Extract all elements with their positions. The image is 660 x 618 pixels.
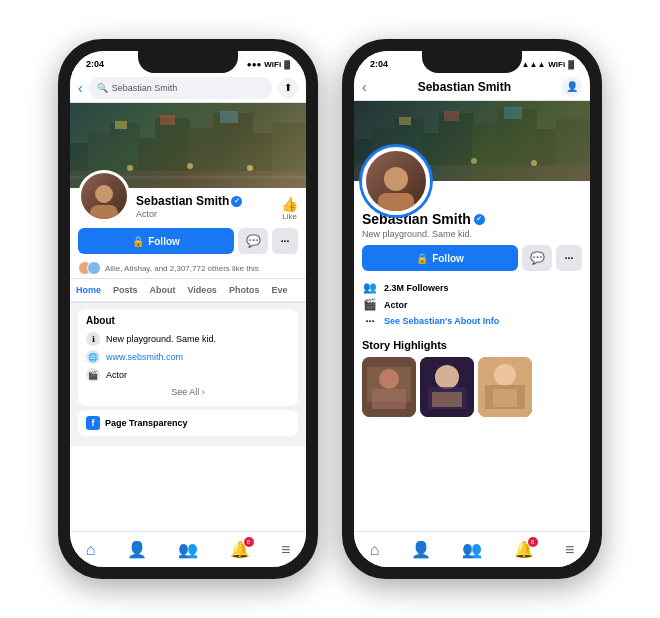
info-row-website[interactable]: 🌐 www.sebsmith.com: [86, 348, 290, 366]
p2-verified-badge: ✓: [474, 214, 485, 225]
fb-icon-1: f: [86, 416, 100, 430]
about-card-1: About ℹ New playground. Same kid. 🌐 www.…: [78, 309, 298, 406]
profile-area-1: Sebastian Smith ✓ Actor 👍 Like: [70, 188, 306, 224]
p2-action-row: 🔒 Follow 💬 ···: [354, 241, 590, 275]
more-icon-1: ···: [281, 236, 289, 247]
story-row: [362, 357, 582, 417]
content-area-1: About ℹ New playground. Same kid. 🌐 www.…: [70, 303, 306, 446]
action-row-1: 🔒 Follow 💬 ···: [70, 224, 306, 258]
story-svg-2: [420, 357, 474, 417]
bottom-groups-1[interactable]: 👥: [178, 540, 198, 559]
time-1: 2:04: [86, 59, 104, 69]
menu-icon-2: ≡: [565, 541, 574, 559]
p2-subtitle: New playground. Same kid.: [362, 229, 582, 239]
page-trans-label: f Page Transparency: [86, 416, 290, 430]
likes-text-1: Allie, Atishay, and 2,307,772 others lik…: [105, 264, 259, 273]
see-all-text-1: See All ›: [171, 387, 205, 397]
search-bar-1[interactable]: 🔍 Sebastian Smith: [89, 77, 272, 99]
wifi-icon-1: WiFi: [264, 60, 281, 69]
message-button-2[interactable]: 💬: [522, 245, 552, 271]
avatar-person-2: [366, 151, 426, 211]
tab-home-1[interactable]: Home: [70, 279, 107, 303]
bottom-groups-2[interactable]: 👥: [462, 540, 482, 559]
status-icons-2: ▲▲▲ WiFi ▓: [522, 60, 574, 69]
likes-row-1: Allie, Atishay, and 2,307,772 others lik…: [70, 258, 306, 279]
bottom-bar-2: ⌂ 👤 👥 🔔 8 ≡: [354, 531, 590, 567]
bottom-notif-2[interactable]: 🔔 8: [514, 540, 534, 559]
mini-avatars-1: [78, 261, 101, 275]
story-section: Story Highlights: [354, 335, 590, 421]
story-thumb-1[interactable]: [362, 357, 416, 417]
p2-role-row: 🎬 Actor: [362, 296, 582, 313]
wifi-icon-2: WiFi: [548, 60, 565, 69]
info-icon-1: ℹ: [86, 332, 100, 346]
notif-dot-1: 8: [244, 537, 254, 547]
more-button-2[interactable]: ···: [556, 245, 582, 271]
svg-rect-13: [160, 115, 175, 125]
avatar-body-1: [90, 205, 118, 219]
p2-followers-text: 2.3M Followers: [384, 283, 449, 293]
screen-1: 2:04 ●●● WiFi ▓ ‹ 🔍 Sebastian Smith: [70, 51, 306, 567]
page-trans-text: Page Transparency: [105, 418, 188, 428]
scene: 2:04 ●●● WiFi ▓ ‹ 🔍 Sebastian Smith: [0, 0, 660, 618]
bottom-home-1[interactable]: ⌂: [86, 541, 96, 559]
see-all-1[interactable]: See All ›: [86, 384, 290, 400]
bottom-menu-2[interactable]: ≡: [565, 541, 574, 559]
svg-point-17: [247, 165, 253, 171]
back-button-2[interactable]: ‹: [362, 79, 367, 95]
like-label-1: Like: [282, 212, 297, 221]
bottom-menu-1[interactable]: ≡: [281, 541, 290, 559]
profile-icon-1: 👤: [127, 540, 147, 559]
follow-button-1[interactable]: 🔒 Follow: [78, 228, 234, 254]
notch-2: [422, 51, 522, 73]
follow-lock-icon-1: 🔒: [132, 236, 144, 247]
svg-point-44: [494, 364, 516, 386]
bottom-profile-2[interactable]: 👤: [411, 540, 431, 559]
bottom-home-2[interactable]: ⌂: [370, 541, 380, 559]
svg-rect-12: [115, 121, 127, 129]
info-text-role: Actor: [106, 370, 127, 380]
info-row-tagline: ℹ New playground. Same kid.: [86, 330, 290, 348]
tab-eve-1[interactable]: Eve: [265, 279, 293, 301]
signal-icon-2: ▲▲▲: [522, 60, 546, 69]
story-thumb-3[interactable]: [478, 357, 532, 417]
svg-rect-29: [399, 117, 411, 125]
avatar-wrap-1: [78, 170, 130, 222]
avatar-person-1: [81, 173, 127, 219]
tab-about-1[interactable]: About: [144, 279, 182, 301]
follow-label-1: Follow: [148, 236, 180, 247]
follow-button-2[interactable]: 🔒 Follow: [362, 245, 518, 271]
bottom-profile-1[interactable]: 👤: [127, 540, 147, 559]
svg-point-33: [471, 158, 477, 164]
bottom-bar-1: ⌂ 👤 👥 🔔 8 ≡: [70, 531, 306, 567]
bottom-notif-1[interactable]: 🔔 8: [230, 540, 250, 559]
share-button-1[interactable]: ⬆: [278, 78, 298, 98]
page-transparency-card: f Page Transparency: [78, 410, 298, 436]
notch-1: [138, 51, 238, 73]
p2-about-row[interactable]: ··· See Sebastian's About Info: [362, 313, 582, 329]
tab-posts-1[interactable]: Posts: [107, 279, 144, 301]
svg-point-34: [531, 160, 537, 166]
follow-lock-icon-2: 🔒: [416, 253, 428, 264]
time-2: 2:04: [370, 59, 388, 69]
name-text-1: Sebastian Smith: [136, 194, 229, 208]
topbar-1: ‹ 🔍 Sebastian Smith ⬆: [70, 73, 306, 103]
message-icon-2: 💬: [530, 251, 545, 265]
home-icon-1: ⌂: [86, 541, 96, 559]
info-text-tagline: New playground. Same kid.: [106, 334, 216, 344]
role-icon: 🎬: [362, 298, 378, 311]
svg-rect-14: [220, 111, 238, 123]
svg-rect-31: [504, 107, 522, 119]
back-button-1[interactable]: ‹: [78, 80, 83, 96]
like-button-1[interactable]: 👍 Like: [281, 192, 298, 221]
story-svg-3: [478, 357, 532, 417]
user-icon-button-2[interactable]: 👤: [562, 77, 582, 97]
about-title-1: About: [86, 315, 290, 326]
nav-tabs-1: Home Posts About Videos Photos Eve: [70, 279, 306, 303]
message-button-1[interactable]: 💬: [238, 228, 268, 254]
svg-rect-30: [444, 111, 459, 121]
more-button-1[interactable]: ···: [272, 228, 298, 254]
tab-videos-1[interactable]: Videos: [182, 279, 223, 301]
tab-photos-1[interactable]: Photos: [223, 279, 266, 301]
story-thumb-2[interactable]: [420, 357, 474, 417]
